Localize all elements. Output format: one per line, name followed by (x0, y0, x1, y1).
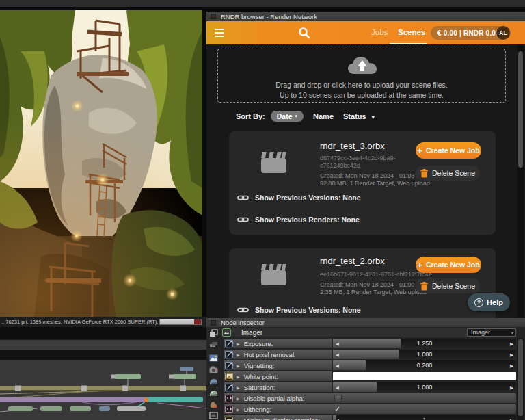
environment-node-icon[interactable] (208, 376, 219, 386)
menu-hamburger-icon[interactable] (215, 29, 224, 37)
create-new-job-button[interactable]: + Create New Job (416, 257, 481, 273)
white-point-color-swatch[interactable] (333, 372, 516, 380)
gpu-memory-bar (159, 319, 202, 325)
delete-scene-label: Delete Scene (432, 282, 475, 290)
minimum-display-samples-slider[interactable]: ◀ 1 ▶ (333, 415, 516, 420)
render-target-node-icon[interactable] (208, 353, 219, 363)
float-node-chip-icon[interactable] (225, 384, 233, 391)
expand-arrow-icon[interactable]: ▶ (237, 363, 240, 368)
scrollbar-thumb[interactable] (518, 51, 523, 168)
disable-partial-alpha-checkbox[interactable] (334, 395, 342, 402)
bool-node-chip-icon[interactable] (225, 406, 233, 413)
upload-dropzone[interactable]: Drag and drop or click here to upload yo… (217, 49, 506, 103)
color-node-chip-icon[interactable] (225, 373, 233, 380)
user-avatar[interactable]: AL (496, 26, 510, 40)
display-node-icon[interactable] (208, 410, 219, 420)
scrollbar-thumb[interactable] (518, 339, 523, 416)
show-previous-versions[interactable]: Show Previous Versions: None (237, 193, 361, 202)
param-value: 1.000 (333, 384, 516, 391)
show-previous-versions[interactable]: Show Previous Versions: None (237, 305, 361, 315)
expand-arrow-icon[interactable]: ▶ (237, 352, 240, 357)
create-new-job-button[interactable]: + Create New Job (416, 142, 481, 159)
delete-scene-button[interactable]: Delete Scene (416, 166, 480, 181)
paste-node-icon[interactable] (208, 340, 219, 350)
material-node-icon[interactable] (208, 388, 219, 397)
slider-increment-icon[interactable]: ▶ (510, 352, 513, 358)
exposure-slider[interactable]: ◀ 1.250 ▶ (333, 339, 516, 348)
search-icon[interactable] (298, 27, 310, 39)
saturation-slider[interactable]: ◀ 1.000 ▶ (333, 382, 516, 392)
gpu-status-text: ., 76231 pri. 1089 meshes, NVIDIA GeForc… (0, 319, 159, 325)
camera-node-icon[interactable] (208, 365, 219, 374)
param-value: 1 (333, 417, 516, 420)
inspector-row-hot-pixel-removal: ▶ Hot pixel removal: ◀ 1.000 ▶ (224, 350, 516, 359)
sort-date-button[interactable]: Date ▾ (271, 111, 304, 122)
param-label: Exposure: (244, 340, 273, 347)
delete-scene-button[interactable]: Delete Scene (416, 278, 480, 293)
expand-arrow-icon[interactable]: ▶ (237, 385, 240, 390)
expand-arrow-icon[interactable]: ▶ (237, 374, 240, 379)
plus-icon: + (417, 146, 422, 156)
hot-pixel-removal-slider[interactable]: ◀ 1.000 ▶ (333, 350, 516, 359)
trash-icon (420, 169, 428, 178)
wallet-balance: € 0.00 | RNDR 0.00 (431, 29, 500, 37)
param-label: Dithering: (244, 406, 272, 413)
param-label: Disable partial alpha: (244, 395, 305, 402)
bool-node-chip-icon[interactable] (225, 395, 233, 402)
float-node-chip-icon[interactable] (225, 351, 233, 358)
dithering-checkbox[interactable]: ✓ (334, 406, 342, 413)
float-node-chip-icon[interactable] (225, 340, 233, 347)
scene-clapperboard-icon (261, 151, 286, 176)
node-inspector-window: Node inspector (206, 318, 525, 420)
float-node-chip-icon[interactable] (225, 362, 233, 369)
octane-status-bar: ., 76231 pri. 1089 meshes, NVIDIA GeForc… (0, 317, 206, 327)
sort-name-button[interactable]: Name (313, 112, 334, 120)
node-type-dropdown[interactable]: Imager ▾ (467, 328, 516, 337)
inspector-row-saturation: ▶ Saturation: ◀ 1.000 ▶ (224, 382, 516, 392)
graph-toolbar-strip (0, 339, 206, 350)
param-value: 1.250 (333, 340, 516, 347)
tab-scenes[interactable]: Scenes (398, 28, 425, 36)
scene-uuid-line1: d67479cc-3ee4-4c2d-9ba9- (320, 155, 396, 161)
node-label: Imager (241, 329, 262, 337)
node-inspector-titlebar[interactable]: Node inspector (206, 318, 525, 327)
dropzone-line1: Drag and drop or click here to upload yo… (218, 81, 505, 89)
window-icon (211, 14, 216, 19)
rndr-window-titlebar[interactable]: RNDR browser - Render Network (206, 12, 525, 21)
rendered-scene-image (0, 10, 202, 317)
inspector-row-minimum-display-samples: ▶ Minimum display samples: ◀ 1 ▶ (224, 415, 516, 420)
vignetting-slider[interactable]: ◀ 0.200 ▶ (333, 360, 516, 370)
paint-node-icon[interactable] (208, 399, 219, 409)
scene-clapperboard-icon (261, 263, 286, 288)
content-scrollbar[interactable] (517, 44, 524, 318)
inspector-row-dithering: ▶ Dithering: ✓ (224, 404, 516, 414)
expand-arrow-icon[interactable]: ▶ (237, 341, 240, 346)
link-icon (237, 305, 249, 315)
param-label: White point: (244, 373, 278, 380)
node-graph-canvas[interactable] (0, 360, 206, 420)
expand-arrow-icon[interactable]: ▶ (237, 396, 240, 401)
slider-increment-icon[interactable]: ▶ (510, 363, 513, 369)
scene-details: 2.35 MB, 1 Render Target, Web upload (320, 289, 427, 296)
show-previous-renders[interactable]: Show Previous Renders: None (237, 215, 360, 224)
question-icon: ? (474, 298, 483, 307)
slider-increment-icon[interactable]: ▶ (510, 385, 513, 391)
help-button[interactable]: ? Help (468, 293, 510, 311)
scene-title: rndr_test_3.orbx (320, 141, 385, 151)
imager-node-icon[interactable] (222, 328, 231, 337)
gpu-memory-used (160, 319, 194, 324)
scene-title: rndr_test_2.orbx (320, 256, 385, 266)
scene-created: Created: Mon Nov 18 2024 - 01:00 PM (320, 281, 426, 288)
slider-increment-icon[interactable]: ▶ (510, 418, 513, 420)
copy-node-icon[interactable] (208, 328, 219, 338)
inspector-scrollbar[interactable] (517, 338, 524, 420)
slider-increment-icon[interactable]: ▶ (510, 341, 513, 347)
tab-jobs[interactable]: Jobs (371, 28, 388, 36)
status-filter-icon: ▼ (371, 114, 376, 120)
expand-arrow-icon[interactable]: ▶ (237, 407, 240, 412)
expand-arrow-icon[interactable]: ▶ (237, 418, 240, 420)
link-icon (237, 193, 249, 202)
sort-status-button[interactable]: Status ▼ (343, 112, 376, 120)
render-viewport[interactable] (0, 10, 202, 317)
int-node-chip-icon[interactable] (225, 417, 233, 420)
